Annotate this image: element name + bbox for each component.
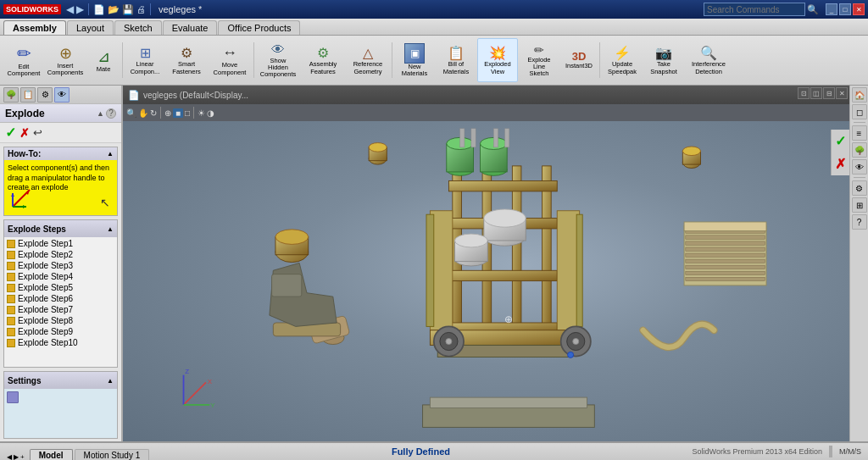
panel-expand-icon[interactable]: ▲ [97,109,104,118]
close-btn[interactable]: ✕ [853,3,865,15]
view-shadows-icon[interactable]: ◑ [207,108,214,118]
toolbar-btn-reference-geometry[interactable]: △ ReferenceGeometry [346,38,390,82]
svg-text:⊕: ⊕ [504,313,513,325]
toolbar-btn-assembly-features[interactable]: ⚙ AssemblyFeatures [301,38,345,82]
tab-office-products[interactable]: Office Products [218,20,300,35]
viewport: 📄 vegleges (Default<Display... ⊡ ◫ ⊟ ✕ 🔍… [123,86,849,442]
toolbar-btn-bill-of-materials[interactable]: 📋 Bill ofMaterials [436,38,476,82]
title-toolbar-icon1[interactable]: ◀ [66,3,74,15]
tab-sketch[interactable]: Sketch [114,20,162,35]
vp-toolbar-icon4[interactable]: ✕ [836,87,848,99]
search-icon[interactable]: 🔍 [807,4,819,15]
toolbar-btn-mate[interactable]: ⊿ Mate [86,38,120,82]
open-file-icon[interactable]: 📂 [108,4,120,15]
toolbar-btn-interference-detection[interactable]: 🔍 InterferenceDetection [685,38,732,82]
step-item[interactable]: Explode Step4 [5,271,116,282]
explode-controls: ✓ ✗ ↩ [0,123,121,143]
new-file-icon[interactable]: 📄 [93,4,105,15]
svg-rect-58 [686,241,765,245]
step-item[interactable]: Explode Step5 [5,282,116,293]
display-icon[interactable]: 👁 [54,87,70,103]
feature-tree-icon[interactable]: 🌳 [3,87,19,103]
svg-rect-9 [542,166,552,346]
rp-btn-help[interactable]: ? [852,214,867,230]
step-item[interactable]: Explode Step2 [5,249,116,260]
step-item[interactable]: Explode Step6 [5,293,116,304]
vp-toolbar-icon1[interactable]: ⊡ [798,87,810,99]
rp-btn-gear[interactable]: ⚙ [852,180,867,196]
steps-expand[interactable]: ▲ [107,225,114,233]
howto-expand[interactable]: ▲ [107,150,114,158]
print-icon[interactable]: 🖨 [136,4,146,14]
pan-icon[interactable]: ✋ [138,108,148,118]
view-light-icon[interactable]: ☀ [198,108,205,118]
tab-evaluate[interactable]: Evaluate [163,20,218,35]
settings-expand[interactable]: ▲ [107,377,114,385]
rp-btn-home[interactable]: 🏠 [852,87,867,103]
minimize-btn[interactable]: _ [826,3,837,15]
vp-toolbar-icon3[interactable]: ⊟ [823,87,835,99]
search-input[interactable] [704,3,805,16]
step-item[interactable]: Explode Step3 [5,260,116,271]
toolbar-btn-exploded-view[interactable]: 💥 ExplodedView [477,38,518,82]
view-toolbar-overlay: 🔍 ✋ ↻ ⊕ ■ □ ☀ ◑ [123,104,849,121]
svg-point-42 [568,352,574,357]
rotate-icon[interactable]: ↻ [150,108,157,118]
toolbar-btn-insert-components[interactable]: ⊕ InsertComponents [45,38,86,82]
tab-layout[interactable]: Layout [67,20,114,35]
right-side-panel: 🏠 ◻ ≡ 🌳 👁 ⚙ ⊞ ? [849,86,868,442]
toolbar-btn-smart-fasteners[interactable]: ⚙ SmartFasteners [166,38,207,82]
scene-3d: ⊕ X Z Y ✓ ✗ [123,121,849,442]
configuration-icon[interactable]: ⚙ [37,87,53,103]
left-panel: 🌳 📋 ⚙ 👁 Explode ▲ ? ✓ ✗ ↩ [0,86,123,442]
howto-content: Select component(s) and then drag a mani… [4,160,117,215]
toolbar-btn-update-speedpak[interactable]: ⚡ UpdateSpeedpak [602,38,643,82]
restore-btn[interactable]: □ [839,3,851,15]
toolbar-btn-linear-component[interactable]: ⊞ LinearCompon... [125,38,165,82]
view-shaded-icon[interactable]: ■ [173,108,183,118]
sw-logo[interactable]: SOLIDWORKS [3,4,61,14]
panel-help-icon[interactable]: ? [106,108,116,119]
explode-cancel-btn[interactable]: ✗ [19,126,30,140]
svg-rect-62 [686,265,765,269]
rp-btn-eye[interactable]: 👁 [852,159,867,175]
status-tab-model[interactable]: Model [30,449,73,460]
step-item[interactable]: Explode Step1 [5,238,116,249]
toolbar-btn-take-snapshot[interactable]: 📷 TakeSnapshot [643,38,684,82]
toolbar-btn-move-component[interactable]: ↔ MoveComponent [208,38,252,82]
title-toolbar-icon2[interactable]: ▶ [76,3,84,15]
view-edges-icon[interactable]: □ [185,108,190,118]
properties-icon[interactable]: 📋 [20,87,36,103]
explode-steps-section: Explode Steps ▲ Explode Step1 Explode St… [3,219,118,368]
toolbar-btn-show-hidden[interactable]: 👁 ShowHiddenComponents [256,38,300,82]
step-item[interactable]: Explode Step7 [5,304,116,315]
step-item[interactable]: Explode Step10 [5,337,116,348]
step-item[interactable]: Explode Step9 [5,326,116,337]
svg-rect-65 [684,222,766,231]
step-item[interactable]: Explode Step8 [5,315,116,326]
save-file-icon[interactable]: 💾 [122,4,134,15]
status-tab-icons: ◀ ▶ + [7,453,25,460]
rp-btn-cube[interactable]: ◻ [852,104,867,119]
rp-btn-layers[interactable]: ≡ [852,125,867,141]
toolbar-btn-new-materials[interactable]: ▣ NewMaterials [394,38,435,82]
status-tab-motion-study[interactable]: Motion Study 1 [75,449,150,460]
viewport-cancel-icon[interactable]: ✗ [835,156,846,172]
vp-file-icon: 📄 [128,90,140,101]
toolbar-btn-explode-line[interactable]: ✏ ExplodeLineSketch [519,38,559,82]
svg-rect-61 [686,259,765,263]
svg-line-70 [184,382,206,404]
view-normal-icon[interactable]: ⊕ [164,108,171,118]
explode-ok-btn[interactable]: ✓ [5,125,16,141]
settings-icon [7,391,19,403]
tab-assembly[interactable]: Assembly [3,20,66,35]
rp-btn-tree[interactable]: 🌳 [852,142,867,158]
toolbar-btn-edit-component[interactable]: ✏ Edit Component [3,38,44,82]
viewport-ok-icon[interactable]: ✓ [835,133,846,149]
zoom-icon[interactable]: 🔍 [126,108,136,118]
toolbar-btn-instant3d[interactable]: 3D Instant3D [560,38,598,82]
explode-undo-btn[interactable]: ↩ [33,126,42,139]
svg-marker-5 [23,205,26,208]
vp-toolbar-icon2[interactable]: ◫ [810,87,822,99]
rp-btn-settings2[interactable]: ⊞ [852,197,867,213]
